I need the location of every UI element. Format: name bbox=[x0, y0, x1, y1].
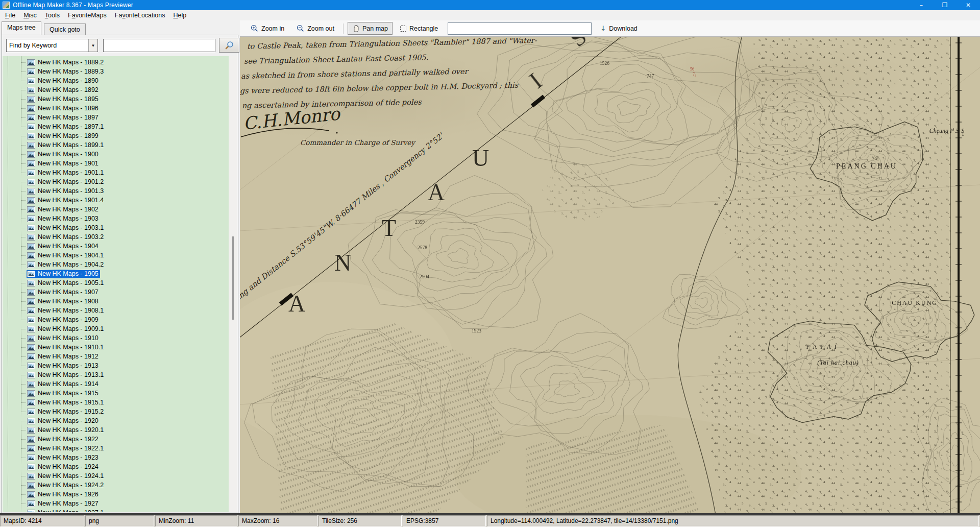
tree-item[interactable]: New HK Maps - 1904.1 bbox=[21, 251, 105, 260]
tree-item[interactable]: New HK Maps - 1905.1 bbox=[21, 278, 105, 288]
map-thumbnail-icon bbox=[27, 510, 38, 513]
tree-item[interactable]: New HK Maps - 1924.1 bbox=[21, 471, 105, 481]
tree-item[interactable]: New HK Maps - 1897 bbox=[21, 113, 100, 122]
menu-item-favoritemaps[interactable]: FavoriteMaps bbox=[64, 11, 111, 20]
tree-item[interactable]: New HK Maps - 1927.1 bbox=[21, 508, 105, 512]
tree-item[interactable]: New HK Maps - 1892 bbox=[21, 85, 100, 94]
map-thumbnail-icon bbox=[27, 491, 38, 498]
tree-item[interactable]: New HK Maps - 1908.1 bbox=[21, 306, 105, 315]
restore-button[interactable]: ❐ bbox=[933, 0, 957, 10]
tree-item[interactable]: New HK Maps - 1889.3 bbox=[21, 67, 105, 76]
tree-scrollbar-thumb[interactable] bbox=[232, 236, 234, 320]
tree-item[interactable]: New HK Maps - 1920 bbox=[21, 416, 100, 425]
map-thumbnail-icon bbox=[27, 87, 38, 93]
rectangle-button[interactable]: Rectangle bbox=[396, 22, 443, 35]
tree-connector bbox=[21, 274, 26, 274]
zoom-in-button[interactable]: Zoom in bbox=[246, 22, 289, 35]
tree-item[interactable]: New HK Maps - 1927 bbox=[21, 499, 100, 508]
tree-item[interactable]: New HK Maps - 1890 bbox=[21, 76, 100, 85]
tree-item[interactable]: New HK Maps - 1903.1 bbox=[21, 223, 105, 232]
tree-item[interactable]: New HK Maps - 1901.3 bbox=[21, 186, 105, 196]
tree-item[interactable]: New HK Maps - 1899.1 bbox=[21, 140, 105, 150]
tree-item[interactable]: New HK Maps - 1907 bbox=[21, 288, 100, 297]
tree-item-label: New HK Maps - 1901 bbox=[38, 160, 99, 167]
tree-item[interactable]: New HK Maps - 1922.1 bbox=[21, 444, 105, 453]
search-input[interactable] bbox=[103, 39, 215, 52]
tree-item[interactable]: New HK Maps - 1901 bbox=[21, 159, 100, 168]
tree-item[interactable]: New HK Maps - 1903.2 bbox=[21, 232, 105, 242]
tab-quick-goto[interactable]: Quick goto bbox=[44, 23, 86, 35]
tree-item-label: New HK Maps - 1907 bbox=[38, 289, 99, 296]
tree-item[interactable]: New HK Maps - 1901.1 bbox=[21, 168, 105, 177]
tree-item[interactable]: New HK Maps - 1912 bbox=[21, 352, 100, 361]
tree-item[interactable]: New HK Maps - 1903 bbox=[21, 214, 100, 223]
tree-item-label: New HK Maps - 1901.4 bbox=[38, 197, 104, 204]
tree-item[interactable]: New HK Maps - 1889.2 bbox=[21, 58, 105, 67]
map-thumbnail-icon bbox=[27, 390, 38, 397]
map-thumbnail-icon bbox=[27, 363, 38, 369]
menu-item-tools[interactable]: Tools bbox=[41, 11, 64, 20]
tree-item[interactable]: New HK Maps - 1914 bbox=[21, 379, 100, 389]
tree-item[interactable]: New HK Maps - 1913 bbox=[21, 361, 100, 370]
minimize-button[interactable]: – bbox=[910, 0, 933, 10]
tree-item[interactable]: New HK Maps - 1897.1 bbox=[21, 122, 105, 131]
tree-item[interactable]: New HK Maps - 1904 bbox=[21, 242, 100, 251]
close-button[interactable]: ✕ bbox=[957, 0, 980, 10]
zoom-out-label: Zoom out bbox=[307, 25, 334, 32]
find-mode-dropdown[interactable]: Find by Keyword ▼ bbox=[6, 39, 98, 52]
search-button[interactable] bbox=[219, 38, 239, 53]
chevron-down-icon[interactable]: ▼ bbox=[88, 39, 97, 52]
tree-connector bbox=[21, 375, 26, 375]
tree-guide-line bbox=[8, 56, 8, 512]
tree-item[interactable]: New HK Maps - 1901.2 bbox=[21, 177, 105, 186]
download-label: Download bbox=[609, 25, 638, 32]
tree-item[interactable]: New HK Maps - 1922 bbox=[21, 435, 100, 444]
tree-item[interactable]: New HK Maps - 1899 bbox=[21, 131, 100, 140]
tree-item[interactable]: New HK Maps - 1915 bbox=[21, 389, 100, 398]
tree-scrollbar[interactable] bbox=[229, 56, 237, 512]
coordinates-input[interactable] bbox=[448, 22, 592, 35]
menu-item-help[interactable]: Help bbox=[169, 11, 190, 20]
map-thumbnail-icon bbox=[27, 151, 38, 158]
map-thumbnail-icon bbox=[27, 317, 38, 323]
tree-item[interactable]: New HK Maps - 1902 bbox=[21, 205, 100, 214]
tree-item[interactable]: New HK Maps - 1924 bbox=[21, 462, 100, 471]
tree-item[interactable]: New HK Maps - 1896 bbox=[21, 104, 100, 113]
tree-item[interactable]: New HK Maps - 1926 bbox=[21, 490, 100, 499]
tree-item[interactable]: New HK Maps - 1915.2 bbox=[21, 407, 105, 416]
tree-item-label: New HK Maps - 1909 bbox=[38, 316, 99, 323]
tree-item[interactable]: New HK Maps - 1909.1 bbox=[21, 324, 105, 333]
tree-item[interactable]: New HK Maps - 1908 bbox=[21, 297, 100, 306]
tree-connector bbox=[21, 127, 26, 127]
tree-item-label: New HK Maps - 1895 bbox=[38, 95, 99, 103]
tree-item-label: New HK Maps - 1903 bbox=[38, 215, 99, 222]
tree-item[interactable]: New HK Maps - 1895 bbox=[21, 94, 100, 104]
tree-connector bbox=[21, 283, 26, 283]
tree-item[interactable]: New HK Maps - 1913.1 bbox=[21, 370, 105, 379]
tree-item[interactable]: New HK Maps - 1920.1 bbox=[21, 425, 105, 435]
tree-item-label: New HK Maps - 1910 bbox=[38, 334, 99, 342]
tree-item[interactable]: New HK Maps - 1904.2 bbox=[21, 260, 105, 269]
tab-maps-tree[interactable]: Maps tree bbox=[2, 21, 41, 35]
tree-item[interactable]: New HK Maps - 1909 bbox=[21, 315, 100, 324]
map-thumbnail-icon bbox=[27, 206, 38, 213]
map-thumbnail-icon bbox=[27, 289, 38, 296]
zoom-out-button[interactable]: Zoom out bbox=[292, 22, 339, 35]
tree-connector bbox=[21, 347, 26, 348]
pan-map-button[interactable]: Pan map bbox=[348, 22, 393, 35]
tree-item[interactable]: New HK Maps - 1923 bbox=[21, 453, 100, 462]
download-button[interactable]: ↓ Download bbox=[596, 22, 642, 35]
tree-item[interactable]: New HK Maps - 1915.1 bbox=[21, 398, 105, 407]
tree-item[interactable]: New HK Maps - 1905 bbox=[21, 269, 100, 278]
tree-connector bbox=[21, 494, 26, 495]
tree-item[interactable]: New HK Maps - 1910 bbox=[21, 333, 100, 343]
map-view[interactable]: 4₃5 3₁44 5₂4 bbox=[240, 37, 980, 513]
tree-item[interactable]: New HK Maps - 1910.1 bbox=[21, 343, 105, 352]
tree-item[interactable]: New HK Maps - 1900 bbox=[21, 150, 100, 159]
menu-item-favoritelocations[interactable]: FavoriteLocations bbox=[111, 11, 169, 20]
tree-item[interactable]: New HK Maps - 1901.4 bbox=[21, 196, 105, 205]
tree-item[interactable]: New HK Maps - 1924.2 bbox=[21, 481, 105, 490]
window-title: Offline Map Maker 8.367 - Maps Previewer bbox=[13, 2, 133, 9]
menu-item-file[interactable]: File bbox=[1, 11, 19, 20]
menu-item-misc[interactable]: Misc bbox=[19, 11, 41, 20]
